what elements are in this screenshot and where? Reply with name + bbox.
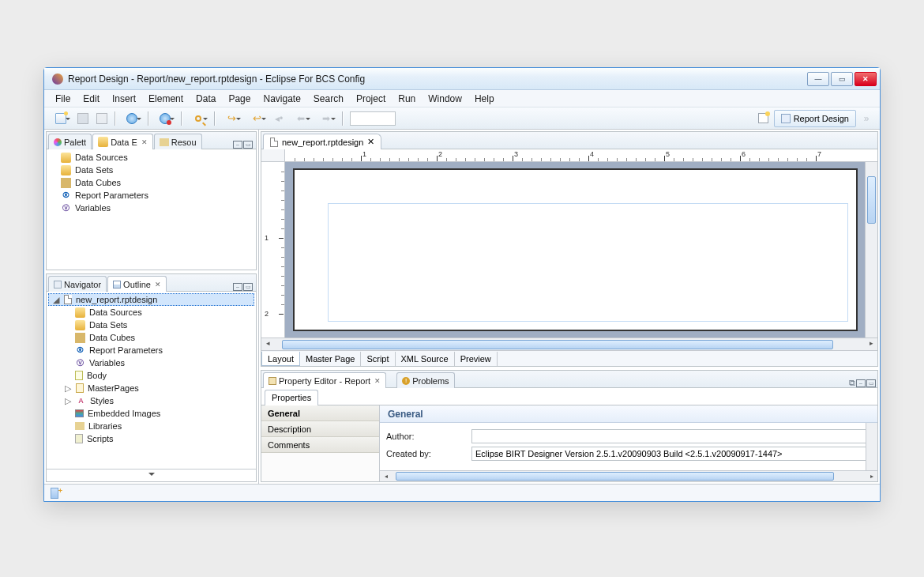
property-horizontal-scrollbar[interactable]: ◂ ▸ (380, 470, 877, 481)
outline-embedded-images[interactable]: Embedded Images (48, 407, 254, 420)
category-description[interactable]: Description (261, 421, 379, 437)
print-button[interactable] (93, 110, 111, 127)
category-general[interactable]: General (261, 405, 379, 421)
tab-property-editor[interactable]: Property Editor - Report✕ (263, 372, 386, 388)
tab-navigator[interactable]: Navigator (48, 276, 107, 292)
author-input[interactable] (471, 429, 871, 443)
outline-scripts[interactable]: Scripts (48, 432, 254, 445)
scroll-left-button[interactable]: ◂ (261, 339, 274, 350)
minimize-view-button[interactable]: – (233, 283, 242, 291)
maximize-button[interactable]: ▭ (831, 72, 853, 86)
save-button[interactable] (74, 110, 92, 127)
close-tab-icon[interactable]: ✕ (155, 281, 161, 288)
search-dropdown-button[interactable] (186, 110, 210, 127)
outline-overflow-button[interactable] (47, 469, 256, 481)
outline-data-sources[interactable]: Data Sources (48, 306, 254, 319)
horizontal-ruler[interactable]: 1234567 (261, 149, 877, 162)
tab-master-page[interactable]: Master Page (300, 352, 361, 366)
outline-data-sets[interactable]: Data Sets (48, 319, 254, 331)
outline-tree[interactable]: ◢new_report.rptdesign Data Sources Data … (47, 292, 256, 469)
horizontal-scrollbar[interactable]: ◂ ▸ (261, 338, 877, 350)
scroll-right-button[interactable]: ▸ (866, 471, 877, 481)
web-dropdown-button[interactable] (120, 110, 144, 127)
nav-fwd-button[interactable]: ➡ (314, 110, 338, 127)
editor-tab[interactable]: new_report.rptdesign✕ (263, 134, 381, 149)
perspective-report-design[interactable]: Report Design (774, 110, 856, 127)
toolbar-blank-field[interactable] (350, 111, 396, 126)
outline-libraries[interactable]: Libraries (48, 420, 254, 432)
menu-run[interactable]: Run (392, 92, 422, 106)
tree-item-data-sources[interactable]: Data Sources (48, 151, 254, 164)
tab-script[interactable]: Script (361, 352, 395, 366)
design-canvas[interactable] (285, 162, 877, 338)
tree-item-data-sets[interactable]: Data Sets (48, 164, 254, 176)
maximize-view-button[interactable]: ▭ (243, 141, 253, 149)
menu-element[interactable]: Element (142, 92, 190, 106)
menu-help[interactable]: Help (468, 92, 501, 106)
scrollbar-thumb[interactable] (867, 176, 876, 224)
vertical-ruler[interactable]: 12 (261, 162, 285, 338)
close-tab-icon[interactable]: ✕ (141, 138, 148, 146)
minimize-button[interactable]: — (807, 72, 829, 86)
close-tab-icon[interactable]: ✕ (367, 137, 374, 147)
tab-layout[interactable]: Layout (261, 352, 300, 366)
vertical-scrollbar[interactable] (865, 162, 877, 338)
outline-data-cubes[interactable]: Data Cubes (48, 331, 254, 344)
scrollbar-thumb[interactable] (396, 472, 834, 481)
tab-palette[interactable]: Palett (48, 134, 92, 149)
scrollbar-track[interactable] (274, 340, 865, 349)
tab-xml-source[interactable]: XML Source (396, 352, 455, 366)
report-page[interactable] (293, 168, 858, 331)
tab-resource[interactable]: Resou (154, 134, 202, 149)
tree-item-report-parameters[interactable]: ⦿Report Parameters (48, 189, 254, 202)
outline-variables[interactable]: ⓥVariables (48, 356, 254, 369)
data-explorer-tree[interactable]: Data Sources Data Sets Data Cubes ⦿Repor… (47, 149, 256, 270)
tab-problems[interactable]: !Problems (396, 372, 454, 388)
collapse-icon[interactable]: ◢ (52, 295, 60, 305)
tab-data-explorer[interactable]: Data E✕ (92, 134, 153, 149)
perspective-more-button[interactable]: » (858, 110, 875, 127)
menu-file[interactable]: File (49, 92, 77, 106)
subtab-properties[interactable]: Properties (265, 390, 318, 405)
created-by-input[interactable]: Eclipse BIRT Designer Version 2.5.1.v200… (471, 447, 871, 461)
new-dropdown-button[interactable] (49, 110, 73, 127)
minimize-view-button[interactable]: – (233, 141, 242, 149)
menu-navigate[interactable]: Navigate (257, 92, 306, 106)
minimize-view-button[interactable]: – (856, 379, 866, 387)
toggle-2-button[interactable]: ↩ (245, 110, 269, 127)
run-dropdown-button[interactable] (153, 110, 177, 127)
menu-search[interactable]: Search (307, 92, 350, 106)
report-content-area[interactable] (328, 203, 848, 322)
property-vertical-scrollbar[interactable] (866, 423, 877, 470)
nav-prev-button[interactable]: ◂• (270, 110, 287, 127)
scroll-right-button[interactable]: ▸ (865, 339, 877, 350)
maximize-view-button[interactable]: ▭ (243, 283, 253, 291)
titlebar[interactable]: Report Design - Report/new_report.rptdes… (44, 68, 880, 90)
tab-outline[interactable]: Outline✕ (107, 276, 167, 292)
menu-window[interactable]: Window (422, 92, 468, 106)
status-icon[interactable] (51, 488, 58, 499)
expand-icon[interactable]: ▷ (64, 396, 72, 406)
menu-insert[interactable]: Insert (106, 92, 142, 106)
close-tab-icon[interactable]: ✕ (374, 377, 381, 385)
category-comments[interactable]: Comments (261, 437, 379, 453)
tab-preview[interactable]: Preview (455, 352, 498, 366)
menu-page[interactable]: Page (222, 92, 257, 106)
scrollbar-track[interactable] (392, 471, 866, 481)
scroll-left-button[interactable]: ◂ (380, 471, 392, 481)
open-perspective-button[interactable] (755, 110, 772, 127)
tree-item-variables[interactable]: ⓥVariables (48, 202, 254, 214)
menu-project[interactable]: Project (350, 92, 392, 106)
expand-icon[interactable]: ▷ (64, 383, 72, 394)
menu-data[interactable]: Data (190, 92, 222, 106)
nav-back-button[interactable]: ⬅ (289, 110, 313, 127)
view-menu-button[interactable]: ⧉ (849, 379, 855, 387)
toggle-1-button[interactable]: ↪ (220, 110, 243, 127)
close-button[interactable]: ✕ (855, 72, 877, 86)
outline-root[interactable]: ◢new_report.rptdesign (48, 293, 254, 306)
outline-masterpages[interactable]: ▷MasterPages (48, 382, 254, 394)
outline-report-parameters[interactable]: ⦿Report Parameters (48, 344, 254, 356)
tree-item-data-cubes[interactable]: Data Cubes (48, 176, 254, 189)
scrollbar-thumb[interactable] (282, 340, 833, 349)
outline-body[interactable]: Body (48, 369, 254, 382)
